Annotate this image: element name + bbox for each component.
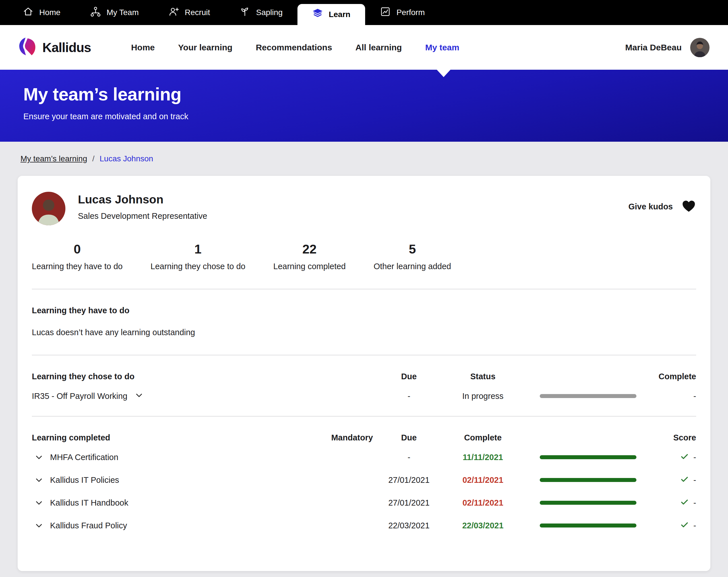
course-title-cell: Kallidus Fraud Policy (32, 521, 318, 530)
score-cell: - (653, 452, 696, 462)
score-value: - (693, 475, 696, 485)
learn-header: Kallidus Home Your learning Recommendati… (0, 25, 728, 70)
table-row: Kallidus IT Handbook 27/01/2021 02/11/20… (32, 491, 696, 514)
column-header-complete: Complete (443, 433, 523, 443)
stat-completed: 22 Learning completed (273, 242, 346, 271)
section-completed: Learning completed Mandatory Due Complet… (32, 433, 696, 537)
nav-my-team[interactable]: My team (414, 43, 471, 52)
give-kudos-label: Give kudos (628, 202, 673, 211)
profile-info: Lucas Johnson Sales Development Represen… (78, 192, 207, 221)
complete-cell: - (653, 392, 696, 401)
stat-label: Learning completed (273, 262, 346, 271)
due-cell: 27/01/2021 (386, 498, 432, 508)
app-switcher-bar: Home My Team Recruit Sapling Learn Perfo… (0, 0, 728, 25)
divider (32, 355, 696, 355)
stat-label: Learning they chose to do (151, 262, 245, 271)
course-title: Kallidus IT Handbook (50, 498, 128, 508)
check-icon (680, 452, 689, 462)
check-icon (680, 498, 689, 508)
check-icon (680, 520, 689, 531)
member-role: Sales Development Representative (78, 211, 207, 221)
due-cell: 22/03/2021 (386, 521, 432, 530)
appnav-sapling[interactable]: Sapling (225, 0, 297, 25)
avatar (32, 192, 66, 225)
complete-date: 11/11/2021 (443, 453, 523, 462)
chevron-down-icon[interactable] (35, 499, 43, 507)
chevron-down-icon[interactable] (135, 391, 143, 401)
appnav-perform-label: Perform (396, 8, 425, 17)
user-menu[interactable]: Maria DeBeau (625, 38, 709, 57)
page-subtitle: Ensure your team are motivated and on tr… (23, 112, 705, 121)
graduation-cap-icon (312, 8, 323, 21)
course-title-cell: IR35 - Off Payroll Working (32, 391, 375, 401)
profile-header: Lucas Johnson Sales Development Represen… (32, 192, 696, 225)
due-cell: - (386, 392, 432, 401)
stat-value: 1 (151, 242, 245, 257)
complete-date: 02/11/2021 (443, 498, 523, 508)
score-cell: - (653, 520, 696, 531)
score-value: - (693, 521, 696, 530)
user-name: Maria DeBeau (625, 43, 682, 52)
course-title: IR35 - Off Payroll Working (32, 392, 127, 401)
column-header-status: Status (443, 372, 523, 381)
nav-your-learning[interactable]: Your learning (166, 43, 244, 52)
completed-table-rows: MHFA Certification - 11/11/2021 - Kallid… (32, 446, 696, 537)
appnav-recruit-label: Recruit (185, 8, 210, 17)
nav-all-learning[interactable]: All learning (344, 43, 414, 52)
course-title-cell: Kallidus IT Handbook (32, 498, 318, 508)
score-cell: - (653, 498, 696, 508)
column-header-mandatory: Mandatory (329, 433, 375, 443)
complete-date: 02/11/2021 (443, 475, 523, 485)
heart-icon (681, 199, 696, 215)
page-banner: My team’s learning Ensure your team are … (0, 70, 728, 142)
completed-table-header: Learning completed Mandatory Due Complet… (32, 433, 696, 443)
appnav-my-team-label: My Team (107, 8, 139, 17)
breadcrumb-current-lucas-johnson: Lucas Johnson (100, 154, 153, 163)
course-title-cell: MHFA Certification (32, 453, 318, 462)
course-title: Kallidus IT Policies (50, 475, 119, 485)
progress-bar (540, 478, 636, 482)
nav-home[interactable]: Home (120, 43, 166, 52)
section-title: Learning they have to do (32, 306, 696, 315)
recruit-person-icon (168, 6, 179, 19)
appnav-recruit[interactable]: Recruit (154, 0, 225, 25)
score-value: - (693, 498, 696, 508)
stat-chose-to-do: 1 Learning they chose to do (151, 242, 245, 271)
appnav-perform[interactable]: Perform (365, 0, 440, 25)
chose-table-rows: IR35 - Off Payroll Working - In progress… (32, 385, 696, 407)
page-title: My team’s learning (23, 84, 705, 104)
stat-label: Learning they have to do (32, 262, 123, 271)
progress-bar (540, 394, 636, 398)
chose-table-header: Learning they chose to do Due Status Com… (32, 372, 696, 381)
course-title-cell: Kallidus IT Policies (32, 475, 318, 485)
stat-value: 5 (374, 242, 451, 257)
kallidus-logo[interactable]: Kallidus (19, 37, 91, 58)
course-title: Kallidus Fraud Policy (50, 521, 127, 530)
appnav-home-label: Home (39, 8, 60, 17)
score-cell: - (653, 475, 696, 485)
chevron-down-icon[interactable] (35, 453, 43, 461)
section-chose-to-do: Learning they chose to do Due Status Com… (32, 372, 696, 407)
chevron-down-icon[interactable] (35, 521, 43, 530)
chevron-down-icon[interactable] (35, 476, 43, 484)
divider (32, 289, 696, 290)
appnav-learn-label: Learn (329, 10, 350, 19)
table-row: Kallidus Fraud Policy 22/03/2021 22/03/2… (32, 514, 696, 537)
table-row: Kallidus IT Policies 27/01/2021 02/11/20… (32, 469, 696, 491)
avatar[interactable] (690, 38, 709, 57)
due-cell: - (386, 453, 432, 462)
section-title: Learning they chose to do (32, 372, 375, 381)
section-have-to-do: Learning they have to do Lucas doesn’t h… (32, 306, 696, 337)
breadcrumb-separator: / (92, 154, 95, 163)
performance-chart-icon (380, 6, 391, 19)
breadcrumb-my-teams-learning[interactable]: My team’s learning (21, 154, 87, 163)
complete-date: 22/03/2021 (443, 521, 523, 530)
nav-recommendations[interactable]: Recommendations (244, 43, 343, 52)
column-header-complete: Complete (653, 372, 696, 381)
appnav-home[interactable]: Home (8, 0, 75, 25)
appnav-my-team[interactable]: My Team (75, 0, 154, 25)
appnav-learn-active-tab[interactable]: Learn (297, 4, 365, 25)
org-chart-icon (90, 6, 101, 19)
column-header-due: Due (386, 372, 432, 381)
give-kudos-button[interactable]: Give kudos (628, 192, 696, 215)
